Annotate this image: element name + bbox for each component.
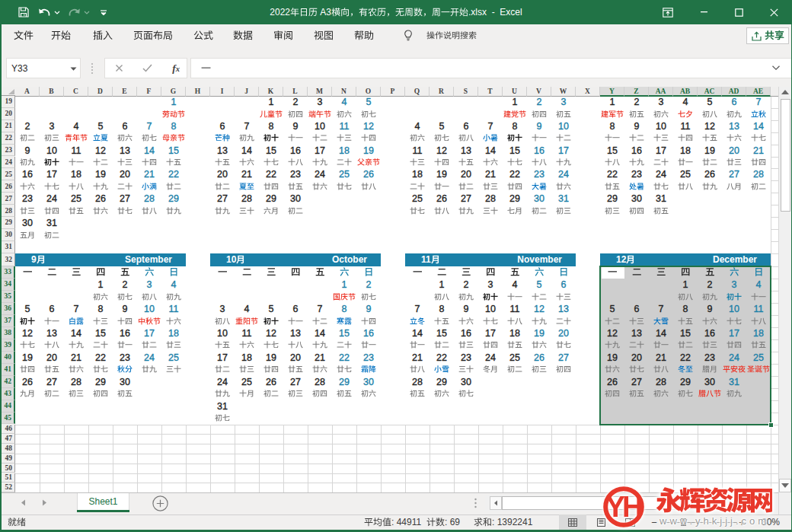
svg-text:YH: YH [606,491,641,523]
